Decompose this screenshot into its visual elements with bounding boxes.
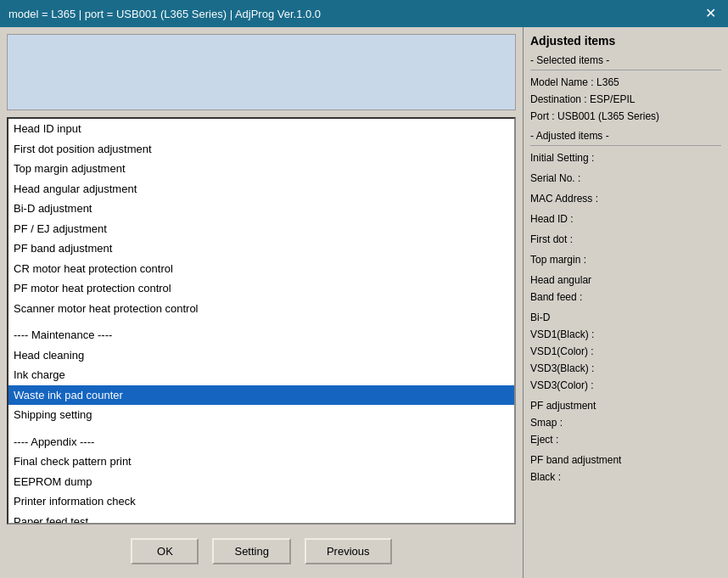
list-spacer bbox=[8, 318, 514, 325]
list-item[interactable]: PF / EJ adjustment bbox=[8, 219, 514, 239]
bi-d: Bi-D bbox=[530, 309, 721, 326]
list-item[interactable]: Final check pattern print bbox=[8, 452, 514, 472]
previous-button[interactable]: Previous bbox=[305, 538, 392, 564]
vsd1-black: VSD1(Black) : bbox=[530, 326, 721, 343]
destination: Destination : ESP/EPIL bbox=[530, 91, 721, 108]
head-angular: Head angular bbox=[530, 272, 721, 289]
adjusted-items-title: Adjusted items bbox=[530, 32, 721, 51]
list-item[interactable]: Waste ink pad counter bbox=[8, 385, 514, 406]
list-item[interactable]: Head angular adjustment bbox=[8, 179, 514, 199]
vsd1-color: VSD1(Color) : bbox=[530, 343, 721, 360]
port: Port : USB001 (L365 Series) bbox=[530, 108, 721, 125]
left-panel: Head ID inputFirst dot position adjustme… bbox=[0, 27, 523, 578]
model-name: Model Name : L365 bbox=[530, 74, 721, 91]
pf-band-adjustment: PF band adjustment bbox=[530, 452, 721, 469]
list-item[interactable]: EEPROM dump bbox=[8, 472, 514, 492]
menu-list[interactable]: Head ID inputFirst dot position adjustme… bbox=[7, 117, 516, 525]
list-item[interactable]: CR motor heat protection control bbox=[8, 259, 514, 279]
list-item[interactable]: Bi-D adjustment bbox=[8, 199, 514, 219]
black: Black : bbox=[530, 469, 721, 485]
smap: Smap : bbox=[530, 414, 721, 431]
divider-1 bbox=[530, 70, 721, 70]
list-item[interactable]: First dot position adjustment bbox=[8, 139, 514, 160]
list-item[interactable]: Top margin adjustment bbox=[8, 159, 514, 179]
mac-address: MAC Address : bbox=[530, 190, 721, 207]
list-item[interactable]: PF band adjustment bbox=[8, 238, 514, 259]
band-feed: Band feed : bbox=[530, 289, 721, 306]
selected-items-header: - Selected items - bbox=[530, 54, 721, 66]
title-bar-text: model = L365 | port = USB001 (L365 Serie… bbox=[8, 8, 321, 20]
adjusted-items-header: - Adjusted items - bbox=[530, 130, 721, 142]
list-spacer bbox=[8, 425, 514, 432]
initial-setting: Initial Setting : bbox=[530, 149, 721, 166]
list-item[interactable]: Scanner motor heat protection control bbox=[8, 299, 514, 319]
list-separator: ---- Maintenance ---- bbox=[8, 325, 514, 345]
button-bar: OK Setting Previous bbox=[7, 531, 516, 571]
list-separator: ---- Appendix ---- bbox=[8, 432, 514, 452]
setting-button[interactable]: Setting bbox=[212, 538, 290, 564]
list-item[interactable]: Printer information check bbox=[8, 491, 514, 512]
list-item[interactable]: Head ID input bbox=[8, 119, 514, 139]
eject: Eject : bbox=[530, 431, 721, 448]
vsd3-color: VSD3(Color) : bbox=[530, 377, 721, 394]
serial-no: Serial No. : bbox=[530, 170, 721, 187]
main-content: Head ID inputFirst dot position adjustme… bbox=[0, 27, 728, 578]
right-panel: Adjusted items - Selected items - Model … bbox=[523, 27, 728, 578]
preview-area bbox=[7, 34, 516, 110]
close-button[interactable]: ✕ bbox=[702, 7, 720, 20]
list-item[interactable]: Ink charge bbox=[8, 365, 514, 385]
title-bar: model = L365 | port = USB001 (L365 Serie… bbox=[0, 0, 728, 27]
first-dot: First dot : bbox=[530, 231, 721, 248]
list-item[interactable]: PF motor heat protection control bbox=[8, 278, 514, 299]
divider-2 bbox=[530, 145, 721, 146]
head-id: Head ID : bbox=[530, 210, 721, 227]
pf-adjustment: PF adjustment bbox=[530, 397, 721, 414]
list-item[interactable]: Paper feed test bbox=[8, 512, 514, 525]
top-margin: Top margin : bbox=[530, 251, 721, 268]
ok-button[interactable]: OK bbox=[131, 538, 199, 564]
vsd3-black: VSD3(Black) : bbox=[530, 360, 721, 377]
list-item[interactable]: Shipping setting bbox=[8, 405, 514, 425]
list-item[interactable]: Head cleaning bbox=[8, 345, 514, 366]
